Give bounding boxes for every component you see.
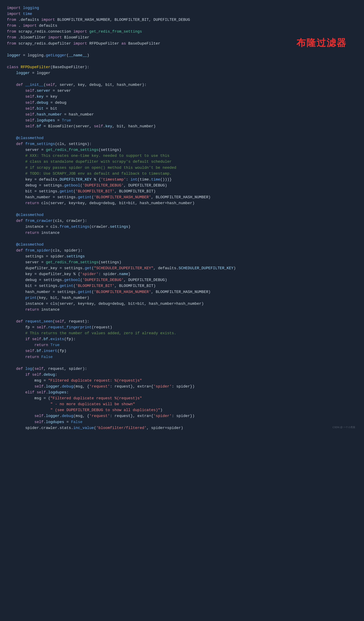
code-line-12: logger = logger [7, 70, 357, 76]
code-line-11: class RFPDupeFilter(BaseDupeFilter): [7, 64, 357, 70]
code-line-50: print(key, bit, hash_number) [7, 295, 357, 301]
code-line-46: key = dupefilter_key % {'spider': spider… [7, 271, 357, 277]
code-line-52: return instance [7, 307, 357, 313]
code-line-19: self.hash_number = hash_number [7, 112, 357, 118]
code-line-16: self.key = key [7, 94, 357, 100]
code-line-41: @classmethod [7, 242, 357, 248]
code-line-49: hash_number = settings.getint('BLOOMFILT… [7, 289, 357, 295]
code-line-62: def log(self, request, spider): [7, 366, 357, 372]
code-line-35 [7, 206, 357, 212]
code-line-65: self.logger.debug(msg, {'request': reque… [7, 384, 357, 390]
code-line-60: return False [7, 354, 357, 360]
watermark: CSDN @ 一个小黑客 [332, 426, 355, 429]
title-overlay: 布隆过滤器 [297, 35, 347, 50]
code-line-59: self.bf.insert(fp) [7, 348, 357, 354]
code-line-66: elif self.logdupes: [7, 390, 357, 396]
code-line-26: # XXX: This creates one-time key. needed… [7, 153, 357, 159]
code-line-37: def from_crawler(cls, crawler): [7, 218, 357, 224]
code-line-58: return True [7, 342, 357, 348]
code-line-68: " - no more duplicates will be shown" [7, 401, 357, 407]
code-line-61 [7, 360, 357, 366]
code-line-30: key = defaults.DUPEFILTER_KEY % {'timest… [7, 177, 357, 183]
code-line-47: debug = settings.getbool('DUPEFILTER_DEB… [7, 277, 357, 283]
code-line-43: settings = spider.settings [7, 254, 357, 259]
code-line-51: instance = cls(server, key=key, debug=de… [7, 301, 357, 307]
code-line-13 [7, 76, 357, 82]
code-line-21: self.bf = BloomFilter(server, self.key, … [7, 123, 357, 129]
code-line-3: from .defaults import BLOOMFILTER_HASH_N… [7, 17, 357, 23]
code-line-34: return cls(server, key=key, debug=debug,… [7, 200, 357, 206]
code-line-1: import logging [7, 5, 357, 11]
code-line-33: hash_number = settings.getint('BLOOMFILT… [7, 194, 357, 200]
code-line-63: if self.debug: [7, 372, 357, 378]
code-line-42: def from_spider(cls, spider): [7, 248, 357, 254]
code-line-39: return instance [7, 230, 357, 236]
code-line-48: bit = settings.getint('BLOOMFILTER_BIT',… [7, 283, 357, 289]
code-line-70: self.logger.debug(msg, {'request': reque… [7, 413, 357, 419]
code-line-54: def request_seen(self, request): [7, 319, 357, 325]
code-line-40 [7, 236, 357, 242]
code-block: import logging import time from .default… [7, 5, 357, 431]
code-line-4: from . import defaults [7, 23, 357, 29]
code-line-20: self.logdupes = True [7, 118, 357, 123]
code-line-71: self.logdupes = False [7, 419, 357, 425]
code-line-15: self.server = server [7, 88, 357, 94]
code-line-2: import time [7, 11, 357, 17]
code-line-72: spider.crawler.stats.inc_value('bloomfil… [7, 425, 357, 431]
code-line-31: debug = settings.getbool('DUPEFILTER_DEB… [7, 183, 357, 189]
code-line-67: msg = ("Filtered duplicate request %(req… [7, 396, 357, 401]
code-line-14: def __init__(self, server, key, debug, b… [7, 82, 357, 88]
code-line-69: " (see DUPEFILTER_DEBUG to show all dupl… [7, 407, 357, 413]
code-line-22 [7, 129, 357, 135]
code-line-44: server = get_redis_from_settings(setting… [7, 259, 357, 265]
code-line-29: # TODO: Use SCRAPY_JOB env as default an… [7, 171, 357, 177]
code-line-57: if self.bf.exists(fp): [7, 336, 357, 342]
code-line-53 [7, 313, 357, 319]
code-line-32: bit = settings.getint('BLOOMFILTER_BIT',… [7, 189, 357, 194]
code-line-5: from scrapy_redis.connection import get_… [7, 29, 357, 35]
code-line-55: fp = self.request_fingerprint(request) [7, 325, 357, 330]
code-line-25: server = get_redis_from_settings(setting… [7, 147, 357, 153]
code-line-38: instance = cls.from_settings(crawler.set… [7, 224, 357, 230]
code-line-36: @classmethod [7, 212, 357, 218]
code-line-64: msg = "Filtered duplicate request: %(req… [7, 378, 357, 384]
code-line-10 [7, 58, 357, 64]
code-line-17: self.debug = debug [7, 100, 357, 106]
code-line-9: logger = logging.getLogger(__name__) [7, 52, 357, 58]
code-line-27: # class as standalone dupefilter with sc… [7, 159, 357, 165]
code-line-56: # This returns the number of values adde… [7, 330, 357, 336]
code-line-18: self.bit = bit [7, 106, 357, 112]
code-line-28: # if scrapy passes spider on open() meth… [7, 165, 357, 171]
code-line-23: @classmethod [7, 135, 357, 141]
code-container: 布隆过滤器 import logging import time from .d… [7, 5, 357, 431]
code-line-45: dupefilter_key = settings.get("SCHEDULER… [7, 265, 357, 271]
code-line-24: def from_settings(cls, settings): [7, 141, 357, 147]
